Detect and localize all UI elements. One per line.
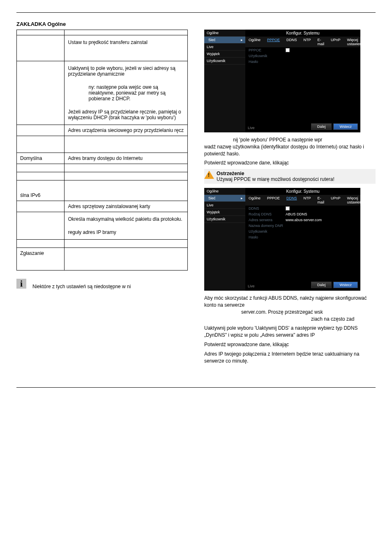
cell-r6-name: [17, 164, 65, 172]
sidebar-item-live-2[interactable]: Live: [204, 202, 245, 209]
pppoe-checkbox[interactable]: [286, 48, 290, 52]
ddns-p1: Aby móc skorzystać z funkcji ABUS DDNS, …: [204, 295, 376, 322]
tab-upnp[interactable]: UPnP: [327, 37, 344, 47]
sidebar-item-wyjatek[interactable]: Wyjątek: [204, 51, 245, 58]
tabs-pppoe: Ogólne PPPOE DDNS NTP E-mail UPnP Więcej…: [245, 37, 360, 47]
screenshot-pppoe: Ogólne Sieć Live Wyjątek Użytkownik Konf…: [204, 30, 360, 132]
tab-wiecej-2[interactable]: Więcej ustawień: [344, 195, 365, 206]
cell-r3-name: [17, 125, 65, 136]
r9-desc: Określa maksymalną wielkość pakietu dla …: [68, 216, 184, 222]
cell-r7-name: ślna IPv6: [17, 180, 65, 201]
ddns-server-label: Adres serwera: [249, 218, 286, 222]
tab-pppoe[interactable]: PPPOE: [264, 37, 283, 47]
ddns-user-label: Użytkownik: [249, 229, 286, 234]
ddns-p1b: server.com. Proszę przestrzegać wsk: [204, 309, 323, 316]
ddns-server-val[interactable]: www.abus-server.com: [286, 218, 322, 222]
ddns-section-label: DDNS: [249, 206, 286, 210]
cell-r11-desc: [65, 240, 188, 248]
r1-desc: Ustaw tu prędkość transferu zainstal: [68, 39, 184, 45]
ddns-p2-text: Uaktywnij pole wyboru 'Uaktywnij DDS' a …: [204, 325, 357, 338]
right-column: Ogólne Sieć Live Wyjątek Użytkownik Konf…: [204, 30, 376, 367]
sidebar-item-uzytkownik[interactable]: Użytkownik: [204, 58, 245, 65]
pppoe-fields: PPPOE Użytkownik Hasło: [245, 47, 360, 65]
cell-r8-desc: Adres sprzętowy zainstalowanej karty: [65, 201, 188, 212]
btn-wstecz-2[interactable]: Wstecz: [333, 282, 358, 288]
info-icon: i: [16, 279, 26, 289]
cell-r12-name: Zgłaszanie: [17, 248, 65, 271]
cell-r4-desc: [65, 136, 188, 153]
ddns-domain-label: Nazwa domeny DNR: [249, 224, 286, 228]
r10-desc: reguły adres IP bramy: [68, 229, 184, 235]
sidebar-item-siec-2[interactable]: Sieć: [204, 195, 245, 202]
ddns-type-val[interactable]: ABUS DDNS: [286, 212, 307, 216]
sidebar-item-siec[interactable]: Sieć: [204, 37, 245, 44]
cell-r3-desc: Adres urządzenia sieciowego przy przydzi…: [65, 125, 188, 136]
sidebar-item-ogolne[interactable]: Ogólne: [204, 30, 245, 37]
tab-ddns[interactable]: DDNS: [283, 37, 300, 47]
tab-wiecej[interactable]: Więcej ustawień: [344, 37, 365, 47]
cell-r2-desc: Uaktywnij to pole wyboru, jeżeli w sieci…: [65, 61, 188, 125]
ddns-type-label: Rodzaj DDNS: [249, 212, 286, 216]
footer-live-1[interactable]: Live: [248, 126, 255, 130]
sidebar-item-live[interactable]: Live: [204, 44, 245, 51]
tab-pppoe-2[interactable]: PPPOE: [264, 195, 283, 206]
cell-r6b-name: [17, 172, 65, 180]
ddns-checkbox[interactable]: [286, 206, 290, 210]
ddns-p1c: ziach na często zad: [204, 316, 354, 323]
cell-r11-name: [17, 240, 65, 248]
ddns-p2: Uaktywnij pole wyboru 'Uaktywnij DDS' a …: [204, 325, 376, 339]
sidebar-ddns: Ogólne Sieć Live Wyjątek Użytkownik: [204, 188, 245, 291]
r2-desc: Uaktywnij to pole wyboru, jeżeli w sieci…: [68, 65, 184, 77]
pppoe-section-label: PPPOE: [249, 48, 286, 52]
ddns-fields: DDNS Rodzaj DDNSABUS DDNS Adres serweraw…: [245, 206, 360, 240]
cell-r5-name: Domyślna: [17, 153, 65, 164]
cell-r1-desc: Ustaw tu prędkość transferu zainstal: [65, 35, 188, 61]
tab-ogolne-2[interactable]: Ogólne: [245, 195, 264, 206]
warn-body: Używaj PPPOE w miarę możliwoś dostępnośc…: [217, 176, 334, 182]
sidebar-item-ogolne-2[interactable]: Ogólne: [204, 188, 245, 195]
right-p1: nij 'pole wyboru' PPPOE a następnie wpr …: [204, 136, 376, 157]
info-box: i Niektóre z tych ustawień są niedostępn…: [16, 279, 188, 289]
warn-title: Ostrzeżenie: [217, 171, 244, 176]
cell-r9-desc: Określa maksymalną wielkość pakietu dla …: [65, 212, 188, 240]
p1-a: nij 'pole wyboru' PPPOE a następnie wpr: [204, 136, 376, 143]
cell-r8-name: [17, 201, 65, 212]
tab-ddns-2[interactable]: DDNS: [283, 195, 300, 206]
sidebar-item-wyjatek-2[interactable]: Wyjątek: [204, 209, 245, 216]
left-column: Ustaw tu prędkość transferu zainstal Uak…: [16, 30, 188, 367]
scr-title-1: Konfigur. Systemu: [245, 30, 360, 37]
tab-ogolne[interactable]: Ogólne: [245, 37, 264, 47]
info-note: Niektóre z tych ustawień są niedostępne …: [32, 284, 131, 289]
footer-live-2[interactable]: Live: [248, 284, 255, 288]
cell-r12-desc: [65, 248, 188, 271]
btn-dalej-1[interactable]: Dalej: [311, 123, 332, 130]
ddns-p4: Adres IP twojego połączenia z Internetem…: [204, 351, 376, 365]
cell-r4-name: [17, 136, 65, 153]
btn-wstecz-1[interactable]: Wstecz: [333, 123, 358, 130]
pppoe-pass-label: Hasło: [249, 60, 286, 64]
tab-ntp[interactable]: NTP: [300, 37, 314, 47]
btn-dalej-2[interactable]: Dalej: [311, 282, 332, 288]
tab-ntp-2[interactable]: NTP: [300, 195, 314, 206]
warning-box: Ostrzeżenie Używaj PPPOE w miarę możliwo…: [204, 169, 376, 184]
p1-b: wadź nazwę użytkownika (identyfikator do…: [204, 144, 364, 157]
tabs-ddns: Ogólne PPPOE DDNS NTP E-mail UPnP Więcej…: [245, 195, 360, 206]
cell-r6-desc: [65, 164, 188, 172]
scr-title-2: Konfigur. Systemu: [245, 188, 360, 195]
sidebar-item-uzytkownik-2[interactable]: Użytkownik: [204, 216, 245, 223]
th-blank-2: [65, 30, 188, 35]
tab-email-2[interactable]: E-mail: [314, 195, 328, 206]
cell-r7-desc: [65, 180, 188, 201]
page-title: ZAKŁADKA Ogólne: [16, 21, 376, 27]
warning-icon: [204, 171, 214, 179]
tab-upnp-2[interactable]: UPnP: [327, 195, 344, 206]
cell-r5-desc: Adres bramy dostępu do Internetu: [65, 153, 188, 164]
th-blank-1: [17, 30, 65, 35]
cell-r9-name: [17, 212, 65, 240]
cell-r1-name: [17, 35, 65, 61]
tab-email[interactable]: E-mail: [314, 37, 328, 47]
pppoe-user-label: Użytkownik: [249, 54, 286, 58]
config-table: Ustaw tu prędkość transferu zainstal Uak…: [16, 30, 188, 271]
screenshot-ddns: Ogólne Sieć Live Wyjątek Użytkownik Konf…: [204, 188, 360, 291]
ddns-p1a: Aby móc skorzystać z funkcji ABUS DDNS, …: [204, 295, 367, 308]
